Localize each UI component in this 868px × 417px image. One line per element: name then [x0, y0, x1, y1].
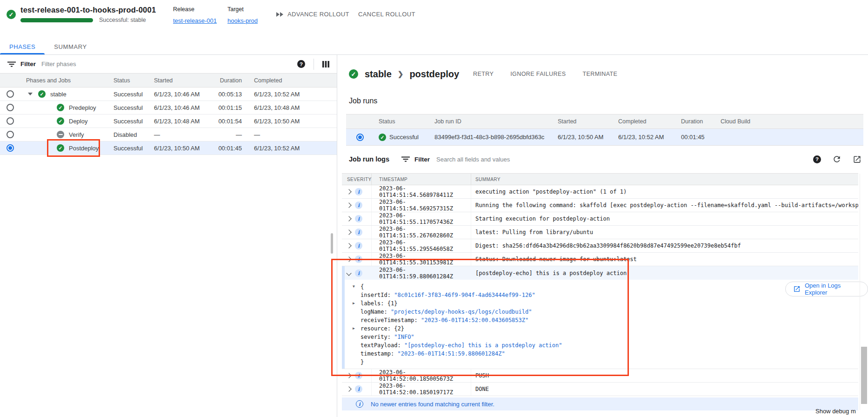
col-duration: Duration [681, 118, 721, 125]
phase-radio[interactable] [7, 90, 14, 98]
release-label: Release [173, 6, 217, 13]
logs-table-header: SEVERITY TIMESTAMP SUMMARY [342, 173, 858, 185]
job-success-icon [349, 69, 358, 79]
logs-help-icon[interactable] [813, 155, 821, 163]
filter-icon [7, 61, 16, 67]
expand-chevron-icon[interactable] [346, 256, 351, 262]
expanded-log-entry: 2023-06-01T14:51:59.880601284Z [postdepl… [342, 266, 858, 369]
col-duration: Duration [212, 77, 254, 84]
rollout-status-text: Successful: stable [99, 17, 146, 23]
expand-chevron-icon[interactable] [346, 373, 351, 378]
info-severity-icon [355, 202, 362, 209]
success-icon [379, 134, 386, 141]
phases-filter-row: Filter [0, 55, 337, 74]
disabled-icon [57, 131, 64, 138]
job-radio[interactable] [7, 104, 14, 111]
collapse-chevron-icon[interactable] [346, 270, 351, 276]
success-icon [57, 117, 64, 125]
job-run-logs-toolbar: Job run logs Filter [349, 151, 861, 168]
logs-scrollbar-track[interactable] [860, 174, 867, 410]
log-row[interactable]: 2023-06-01T14:51:55.301153981Z Status: D… [342, 253, 858, 266]
ignore-failures-button[interactable]: IGNORE FAILURES [510, 71, 566, 77]
expand-chevron-icon[interactable] [346, 216, 351, 221]
toolbar-divider [314, 59, 314, 70]
col-cloud-build: Cloud Build [721, 118, 863, 125]
phases-panel: Filter Phases and Jobs Status Started Du… [0, 55, 337, 417]
phase-row-stable[interactable]: stable Successful 6/1/23, 10:46 AM 00:05… [0, 87, 337, 101]
col-started: Started [558, 118, 618, 125]
phases-filter-input[interactable] [41, 61, 297, 67]
left-panel-scrollbar[interactable] [331, 233, 333, 254]
retry-button[interactable]: RETRY [473, 71, 494, 77]
show-debug-link[interactable]: Show debug m [815, 408, 856, 415]
target-meta: Target hooks-prod [227, 6, 258, 24]
log-entry-json: ▼{ insertId: "8c01c16f-3f83-46f9-904f-4a… [342, 280, 858, 369]
tab-summary[interactable]: SUMMARY [45, 39, 96, 54]
release-link[interactable]: test-release-001 [173, 17, 217, 24]
filter-label: Filter [20, 61, 36, 67]
job-row-postdeploy[interactable]: Postdeploy Successful 6/1/23, 10:50 AM 0… [0, 141, 337, 155]
log-row[interactable]: 2023-06-01T14:51:54.569257315Z Running t… [342, 199, 858, 212]
open-in-logs-explorer-button[interactable]: Open in Logs Explorer [785, 282, 868, 296]
col-started: Started [154, 77, 212, 84]
log-row[interactable]: 2023-06-01T14:51:55.267602860Z latest: P… [342, 226, 858, 239]
log-row[interactable]: 2023-06-01T14:51:54.568978411Z executing… [342, 185, 858, 199]
rollout-success-icon [7, 10, 16, 19]
job-row-deploy[interactable]: Deploy Successful 6/1/23, 10:48 AM 00:01… [0, 114, 337, 128]
job-radio[interactable] [7, 117, 14, 125]
col-timestamp: TIMESTAMP [372, 174, 471, 185]
expand-chevron-icon[interactable] [346, 386, 351, 391]
success-icon [57, 144, 64, 152]
target-link[interactable]: hooks-prod [227, 17, 258, 24]
json-expander-icon[interactable]: ▶ [353, 324, 355, 333]
no-newer-entries-banner: No newer entries found matching current … [342, 397, 858, 410]
info-severity-icon [355, 385, 362, 393]
help-icon[interactable] [297, 60, 305, 68]
json-expander-icon[interactable]: ▶ [353, 299, 355, 308]
fast-forward-icon [276, 12, 284, 17]
logs-search-input[interactable] [436, 156, 802, 163]
log-row[interactable]: 2023-06-01T14:51:55.117057436Z Starting … [342, 212, 858, 226]
info-severity-icon [355, 215, 362, 222]
job-breadcrumb-header: stable ❯ postdeploy RETRY IGNORE FAILURE… [349, 65, 617, 83]
expanded-indicator-bar [342, 266, 345, 369]
column-settings-icon[interactable] [322, 61, 329, 67]
col-job-run-id: Job run ID [434, 118, 558, 125]
chevron-right-icon: ❯ [398, 70, 404, 78]
success-icon [38, 90, 46, 98]
terminate-button[interactable]: TERMINATE [582, 71, 617, 77]
success-icon [57, 104, 64, 111]
job-runs-header: Status Job run ID Started Completed Dura… [346, 114, 863, 129]
expand-chevron-icon[interactable] [346, 202, 351, 208]
job-run-radio-selected[interactable] [356, 134, 364, 141]
job-row-predeploy[interactable]: Predeploy Successful 6/1/23, 10:46 AM 00… [0, 101, 337, 114]
job-runs-title: Job runs [349, 97, 377, 105]
refresh-icon[interactable] [832, 155, 841, 164]
log-row[interactable]: 2023-06-01T14:52:00.185005673Z PUSH [342, 369, 858, 383]
log-row[interactable]: 2023-06-01T14:51:55.295546058Z Digest: s… [342, 239, 858, 253]
job-row-verify[interactable]: Verify Disabled — — — [0, 128, 337, 141]
log-row[interactable]: 2023-06-01T14:52:00.185019717Z DONE [342, 383, 858, 396]
job-run-logs-title: Job run logs [349, 155, 389, 163]
job-runs-table: Status Job run ID Started Completed Dura… [346, 114, 863, 146]
info-severity-icon [355, 269, 362, 277]
job-radio-selected[interactable] [7, 144, 14, 152]
tab-phases[interactable]: PHASES [0, 39, 45, 54]
filter-icon [401, 156, 410, 162]
job-run-row[interactable]: Successful 83499ef3-f3d1-48c3-b898-2695d… [346, 129, 863, 146]
collapse-caret-icon[interactable] [28, 93, 33, 95]
open-in-new-icon[interactable] [853, 155, 861, 164]
expand-chevron-icon[interactable] [346, 189, 351, 194]
info-severity-icon [355, 256, 362, 263]
log-row-expanded[interactable]: 2023-06-01T14:51:59.880601284Z [postdepl… [342, 266, 858, 280]
rollout-details-page: test-release-001-to-hooks-prod-0001 Succ… [0, 0, 868, 417]
logs-scrollbar-handle[interactable] [861, 347, 867, 404]
target-label: Target [227, 6, 258, 13]
expand-chevron-icon[interactable] [346, 243, 351, 248]
json-expander-icon[interactable]: ▼ [353, 282, 355, 291]
advance-rollout-button[interactable]: ADVANCE ROLLOUT [276, 11, 349, 18]
col-completed: Completed [618, 118, 681, 125]
expand-chevron-icon[interactable] [346, 229, 351, 235]
cancel-rollout-button[interactable]: CANCEL ROLLOUT [358, 11, 415, 18]
job-radio[interactable] [7, 131, 14, 138]
